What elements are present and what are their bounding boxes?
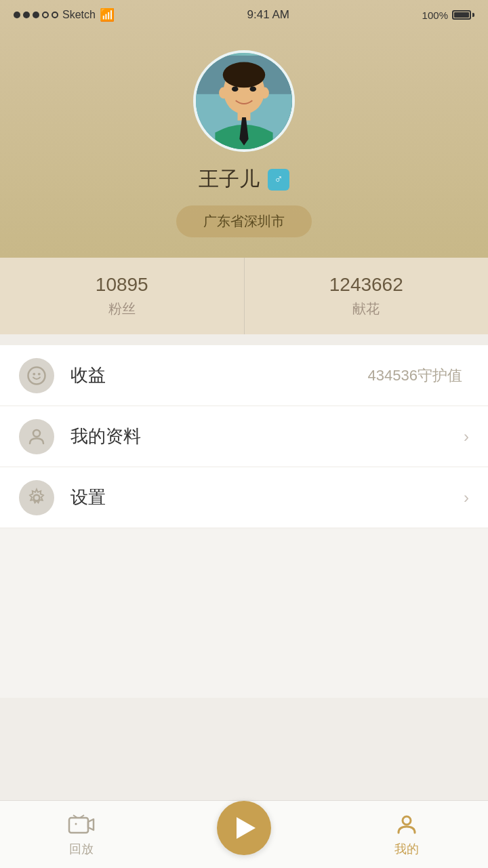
battery-icon	[452, 10, 474, 20]
svg-point-7	[232, 86, 238, 92]
tab-mine-label: 我的	[394, 841, 419, 857]
svg-point-9	[28, 367, 45, 384]
mine-person-icon	[394, 812, 419, 837]
dot-5	[52, 12, 58, 18]
status-time: 9:41 AM	[247, 8, 289, 22]
tab-play-center[interactable]	[163, 808, 325, 862]
revenue-value: 434536守护值	[368, 366, 462, 386]
tab-bar: 回放 我的	[0, 800, 488, 868]
gear-icon	[26, 488, 47, 508]
camera-icon	[68, 812, 95, 837]
settings-icon-wrap	[19, 480, 54, 515]
avatar-image	[196, 53, 292, 149]
menu-item-revenue[interactable]: 收益 434536守护值	[0, 345, 488, 406]
tab-replay[interactable]: 回放	[0, 812, 163, 857]
user-name: 王子儿	[199, 165, 260, 193]
dot-1	[14, 12, 20, 18]
gender-badge: ♂	[268, 169, 289, 191]
menu-section: 收益 434536守护值 我的资料 › 设置 ›	[0, 345, 488, 528]
dot-3	[33, 12, 39, 18]
smiley-icon	[26, 366, 47, 386]
profile-label: 我的资料	[70, 425, 464, 448]
status-bar: Sketch 📶 9:41 AM 100%	[0, 0, 488, 30]
person-icon	[26, 427, 47, 447]
battery-body	[452, 10, 471, 20]
tab-mine[interactable]: 我的	[325, 812, 488, 857]
empty-area	[0, 528, 488, 698]
settings-arrow-icon: ›	[464, 488, 469, 507]
signal-dots	[14, 12, 58, 18]
stat-flowers[interactable]: 1243662 献花	[245, 258, 489, 334]
battery-label: 100%	[422, 9, 448, 21]
gender-icon: ♂	[274, 172, 283, 186]
svg-point-5	[219, 87, 228, 98]
svg-point-6	[260, 87, 269, 98]
stats-row: 10895 粉丝 1243662 献花	[0, 258, 488, 334]
svg-point-18	[403, 816, 411, 825]
flowers-label: 献花	[352, 300, 380, 318]
location-tag[interactable]: 广东省深圳市	[176, 205, 312, 237]
stat-fans[interactable]: 10895 粉丝	[0, 258, 245, 334]
wifi-icon: 📶	[100, 7, 115, 22]
tab-replay-label: 回放	[69, 841, 94, 857]
svg-point-11	[38, 372, 41, 375]
profile-arrow-icon: ›	[464, 427, 469, 446]
status-right: 100%	[422, 9, 474, 21]
menu-item-settings[interactable]: 设置 ›	[0, 467, 488, 528]
svg-point-10	[33, 372, 35, 375]
battery-fill	[454, 12, 469, 18]
svg-point-12	[33, 430, 40, 437]
avatar[interactable]	[193, 50, 295, 152]
revenue-label: 收益	[70, 363, 368, 387]
revenue-icon-wrap	[19, 358, 54, 393]
dot-2	[23, 12, 30, 18]
svg-rect-14	[69, 818, 88, 833]
svg-point-3	[223, 62, 265, 87]
battery-tip	[472, 13, 474, 17]
profile-header: 王子儿 ♂ 广东省深圳市	[0, 0, 488, 258]
dot-4	[42, 12, 49, 18]
menu-item-profile[interactable]: 我的资料 ›	[0, 406, 488, 467]
fans-label: 粉丝	[108, 300, 136, 318]
svg-point-15	[75, 823, 77, 825]
fans-count: 10895	[96, 274, 148, 296]
play-button[interactable]	[217, 801, 271, 855]
profile-icon-wrap	[19, 419, 54, 454]
carrier-label: Sketch	[62, 9, 96, 21]
status-left: Sketch 📶	[14, 7, 115, 22]
settings-label: 设置	[70, 486, 464, 509]
flowers-count: 1243662	[329, 274, 403, 296]
user-name-row: 王子儿 ♂	[199, 165, 289, 193]
svg-point-8	[250, 86, 256, 92]
